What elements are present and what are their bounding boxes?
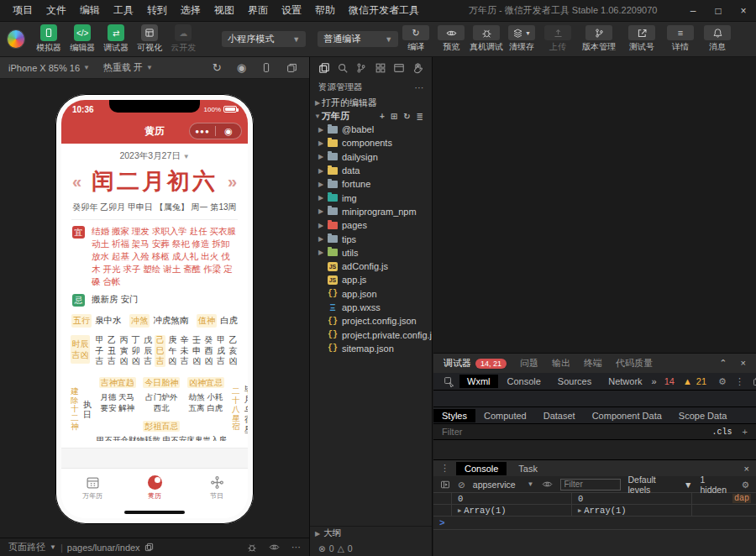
- tab-computed[interactable]: Computed: [475, 409, 535, 422]
- compile-mode-select[interactable]: 普通编译 ▼: [318, 31, 398, 47]
- tab-festival[interactable]: 节日: [186, 469, 248, 506]
- new-file-icon[interactable]: +: [380, 112, 385, 121]
- debugger-toggle-button[interactable]: ⇄ 调试器: [99, 22, 133, 57]
- gear-icon[interactable]: ⚙: [718, 376, 727, 387]
- hot-reload-toggle[interactable]: 热重载 开: [103, 61, 143, 74]
- menu-item-devtools[interactable]: 微信开发者工具: [343, 2, 425, 19]
- simulator-toggle-button[interactable]: 模拟器: [32, 22, 66, 57]
- device-debug-button[interactable]: 真机调试: [469, 22, 504, 57]
- warning-count[interactable]: 21: [696, 376, 706, 386]
- close-panel-icon[interactable]: ×: [741, 358, 746, 369]
- kebab-menu-icon[interactable]: ⋮: [440, 463, 449, 474]
- phone-frame-icon[interactable]: [261, 62, 271, 73]
- tree-folder-pages[interactable]: ▶pages: [310, 218, 432, 232]
- more-options-icon[interactable]: ⋯: [415, 82, 424, 92]
- source-control-icon[interactable]: [355, 62, 367, 74]
- menu-item-help[interactable]: 帮助: [309, 2, 341, 19]
- minimize-button[interactable]: –: [680, 0, 706, 22]
- console-sidebar-icon[interactable]: [440, 480, 450, 490]
- menu-item-view[interactable]: 视图: [208, 2, 240, 19]
- menu-item-project[interactable]: 项目: [7, 2, 39, 19]
- test-account-button[interactable]: 测试号: [622, 22, 662, 57]
- debug-bug-icon[interactable]: [247, 543, 257, 553]
- devtools-tab-console[interactable]: Console: [500, 375, 549, 388]
- multi-window-icon[interactable]: [286, 62, 297, 73]
- tree-folder-img[interactable]: ▶img: [310, 191, 432, 204]
- tab-dataset[interactable]: Dataset: [535, 409, 584, 422]
- close-button[interactable]: ×: [731, 0, 756, 22]
- drawer-tab-task[interactable]: Task: [510, 462, 546, 475]
- tree-folder-dailysign[interactable]: ▶dailysign: [310, 150, 432, 164]
- details-button[interactable]: ≡ 详情: [662, 22, 699, 57]
- tree-folder-babel[interactable]: ▶@babel: [310, 123, 432, 136]
- copy-icon[interactable]: [144, 543, 154, 552]
- project-root-row[interactable]: ▼ 万年历 + ⊞ ↻ ≣: [310, 109, 432, 123]
- tree-file-project-private-config[interactable]: {}project.private.config.js...: [310, 328, 432, 341]
- rotate-refresh-icon[interactable]: ↻: [213, 61, 222, 74]
- compile-button[interactable]: ↻ 编译: [398, 22, 433, 57]
- close-circle-icon[interactable]: ◉: [216, 123, 241, 139]
- tab-terminal[interactable]: 终端: [584, 357, 602, 370]
- devtools-tab-network[interactable]: Network: [601, 375, 649, 388]
- prev-day-arrow-icon[interactable]: «: [72, 172, 81, 191]
- outline-section[interactable]: ▶ 大纲: [310, 526, 432, 540]
- clear-console-icon[interactable]: ⊘: [458, 480, 465, 490]
- preview-button[interactable]: 预览: [433, 22, 469, 57]
- tab-calendar[interactable]: 万年历: [61, 469, 123, 506]
- visualizer-toggle-button[interactable]: 可视化: [133, 22, 166, 57]
- tree-file-adconfig-js[interactable]: JSadConfig.js: [310, 260, 432, 273]
- inspect-element-icon[interactable]: [444, 376, 454, 387]
- maximize-button[interactable]: □: [706, 0, 731, 22]
- clear-cache-button[interactable]: ▼ 清缓存: [504, 22, 539, 57]
- tree-file-app-wxss[interactable]: Ξapp.wxss: [310, 301, 432, 314]
- menu-item-file[interactable]: 文件: [40, 2, 72, 19]
- tab-almanac[interactable]: 黄历: [123, 469, 186, 506]
- eye-icon[interactable]: [542, 479, 553, 490]
- console-filter-input[interactable]: [560, 479, 621, 490]
- path-label-select[interactable]: 页面路径: [8, 541, 45, 553]
- tab-styles[interactable]: Styles: [433, 409, 475, 422]
- context-select[interactable]: appservice ▼: [473, 480, 534, 490]
- date-selector[interactable]: 2023年3月27日 ▼: [61, 144, 248, 162]
- refresh-icon[interactable]: ↻: [403, 112, 410, 121]
- tree-folder-utils[interactable]: ▶utils: [310, 246, 432, 260]
- console-prompt[interactable]: >: [433, 517, 756, 530]
- log-source-link[interactable]: dap: [732, 494, 751, 503]
- styles-filter-input[interactable]: Filter: [442, 427, 462, 437]
- editor-toggle-button[interactable]: </> 编辑器: [66, 22, 99, 57]
- menu-item-edit[interactable]: 编辑: [74, 2, 106, 19]
- tree-file-sitemap-json[interactable]: {}sitemap.json: [310, 342, 432, 355]
- tree-file-app-json[interactable]: {}app.json: [310, 287, 432, 301]
- tree-file-project-config[interactable]: {}project.config.json: [310, 314, 432, 328]
- add-style-icon[interactable]: +: [743, 427, 748, 437]
- search-icon[interactable]: [337, 62, 349, 74]
- home-indicator[interactable]: [124, 511, 185, 514]
- menu-item-interface[interactable]: 界面: [242, 2, 274, 19]
- tab-scope-data[interactable]: Scope Data: [670, 409, 735, 422]
- mode-select[interactable]: 小程序模式 ▼: [222, 31, 306, 47]
- undock-icon[interactable]: [753, 376, 756, 386]
- window-layout-icon[interactable]: [393, 62, 405, 74]
- messages-button[interactable]: 消息: [699, 22, 736, 57]
- tree-folder-data[interactable]: ▶data: [310, 164, 432, 177]
- tree-file-app-js[interactable]: JSapp.js: [310, 273, 432, 286]
- close-drawer-icon[interactable]: ×: [744, 464, 749, 474]
- extensions-icon[interactable]: [375, 62, 386, 74]
- menu-item-tools[interactable]: 工具: [108, 2, 139, 19]
- tree-folder-tips[interactable]: ▶tips: [310, 232, 432, 245]
- devtools-tab-sources[interactable]: Sources: [550, 375, 599, 388]
- version-control-button[interactable]: 版本管理: [576, 22, 622, 57]
- menu-item-goto[interactable]: 转到: [141, 2, 173, 19]
- tree-folder-fortune[interactable]: ▶fortune: [310, 177, 432, 191]
- tree-folder-miniprogram-npm[interactable]: ▶miniprogram_npm: [310, 205, 432, 218]
- tab-output[interactable]: 输出: [552, 357, 570, 370]
- cls-toggle[interactable]: .cls: [712, 427, 732, 437]
- gear-icon[interactable]: ⚙: [742, 480, 749, 490]
- menu-item-select[interactable]: 选择: [175, 2, 207, 19]
- upload-button[interactable]: 上传: [539, 22, 576, 57]
- more-dots-icon[interactable]: ●●●: [190, 128, 215, 135]
- collapse-all-icon[interactable]: ≣: [417, 112, 423, 121]
- error-count[interactable]: 14: [664, 376, 675, 386]
- menu-item-settings[interactable]: 设置: [276, 2, 307, 19]
- record-icon[interactable]: ◉: [237, 61, 246, 74]
